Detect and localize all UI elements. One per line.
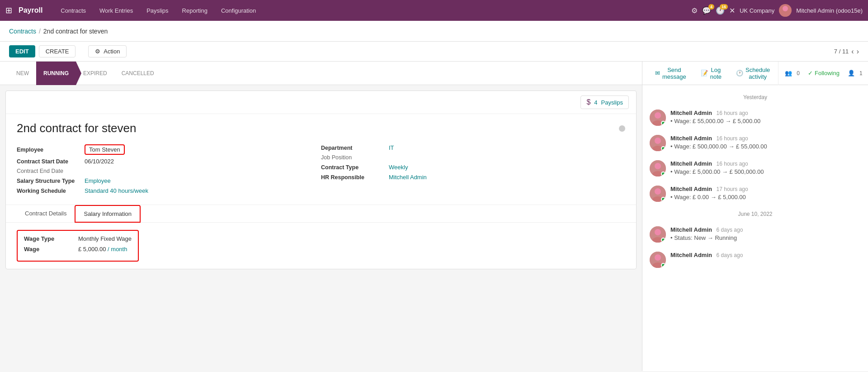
secondary-nav: Contracts / 2nd contract for steven — [0, 21, 868, 42]
main-layout: NEW RUNNING EXPIRED CANCELLED $ 4 Pays — [0, 62, 868, 371]
wage-period: / month — [108, 246, 127, 253]
nav-configuration[interactable]: Configuration — [215, 5, 262, 16]
wage-row: Wage £ 5,000.00 / month — [24, 246, 132, 253]
breadcrumb: Contracts / 2nd contract for steven — [9, 28, 859, 35]
start-date-field-row: Contract Start Date 06/10/2022 — [17, 158, 321, 165]
chatter-time-2: 16 hours ago — [717, 161, 748, 167]
chat-icon[interactable]: 💬 4 — [702, 6, 711, 15]
hr-responsible-label: HR Responsible — [321, 174, 389, 181]
nav-work-entries[interactable]: Work Entries — [93, 5, 139, 16]
status-running[interactable]: RUNNING — [36, 62, 76, 85]
chatter-body-1: • Wage: £ 500,000.00 → £ 55,000.00 — [670, 143, 861, 150]
avatar-5 — [650, 252, 666, 268]
user-avatar[interactable] — [779, 4, 792, 17]
status-expired-label: EXPIRED — [83, 70, 107, 76]
bug-icon[interactable]: ⚙ — [691, 6, 698, 15]
form-tabs: Contract Details Salary Information — [6, 205, 636, 223]
chatter-content-0: Mitchell Admin 16 hours ago • Wage: £ 55… — [670, 110, 861, 126]
nav-payslips[interactable]: Payslips — [140, 5, 175, 16]
nav-reporting[interactable]: Reporting — [176, 5, 214, 16]
chatter-time-4: 6 days ago — [717, 227, 743, 233]
clock-badge: 16 — [720, 4, 728, 10]
wage-label: Wage — [24, 246, 78, 253]
send-message-button[interactable]: ✉ Send message — [649, 62, 693, 85]
contract-type-value[interactable]: Weekly — [389, 164, 408, 171]
users-count: 1 — [859, 70, 863, 76]
schedule-activity-button[interactable]: 🕐 Schedule activity — [730, 62, 776, 85]
end-date-field-row: Contract End Date — [17, 168, 321, 174]
employee-value[interactable]: Tom Steven — [85, 144, 125, 155]
content-area: NEW RUNNING EXPIRED CANCELLED $ 4 Pays — [0, 62, 642, 371]
avatar-status-5 — [661, 263, 665, 267]
chatter-time-5: 6 days ago — [717, 252, 743, 258]
payslips-label: Payslips — [601, 99, 623, 106]
contract-form: $ 4 Payslips 2nd contract for steven Emp… — [5, 91, 637, 269]
log-note-button[interactable]: 📝 Log note — [694, 62, 728, 85]
working-schedule-value[interactable]: Standard 40 hours/week — [85, 187, 148, 194]
chatter-entry-3: Mitchell Admin 17 hours ago • Wage: £ 0.… — [642, 181, 868, 206]
contract-title: 2nd contract for steven — [17, 121, 136, 135]
department-value[interactable]: IT — [389, 144, 394, 151]
working-schedule-label: Working Schedule — [17, 188, 85, 194]
wage-type-row: Wage Type Monthly Fixed Wage — [24, 235, 132, 242]
start-date-label: Contract Start Date — [17, 158, 85, 165]
nav-links: Contracts Work Entries Payslips Reportin… — [54, 5, 689, 16]
status-cancelled[interactable]: CANCELLED — [114, 62, 161, 85]
wage-amount: £ 5,000.00 — [78, 246, 106, 253]
salary-structure-label: Salary Structure Type — [17, 178, 85, 184]
chatter-body-3: • Wage: £ 0.00 → £ 5,000.00 — [670, 194, 861, 200]
nav-contracts[interactable]: Contracts — [54, 5, 92, 16]
app-grid-icon[interactable]: ⊞ — [5, 5, 12, 15]
nav-right-icons: ⚙ 💬 4 🕐 16 ✕ UK Company Mitchell Admin (… — [691, 4, 863, 17]
salary-structure-value[interactable]: Employee — [85, 177, 111, 184]
tab-contract-details[interactable]: Contract Details — [17, 205, 75, 223]
chatter-time-0: 16 hours ago — [717, 110, 748, 116]
create-button[interactable]: CREATE — [39, 45, 76, 57]
fields-left: Employee Tom Steven Contract Start Date … — [17, 144, 321, 197]
top-navigation: ⊞ Payroll Contracts Work Entries Payslip… — [0, 0, 868, 21]
company-name: UK Company — [740, 7, 774, 14]
status-expired[interactable]: EXPIRED — [76, 62, 114, 85]
avatar-0 — [650, 110, 666, 126]
hr-responsible-value[interactable]: Mitchell Admin — [389, 174, 427, 181]
followers-icon: 👥 — [785, 70, 792, 76]
action-button[interactable]: ⚙ Action — [88, 45, 127, 57]
chatter-content-1: Mitchell Admin 16 hours ago • Wage: £ 50… — [670, 135, 861, 151]
pagination: 7 / 11 ‹ › — [834, 48, 859, 56]
followers-count: 0 — [797, 70, 800, 76]
status-new-label: NEW — [16, 70, 29, 76]
breadcrumb-current: 2nd contract for steven — [43, 28, 108, 35]
tab-salary-information[interactable]: Salary Information — [75, 205, 141, 223]
avatar-4 — [650, 226, 666, 243]
chatter-entry-2: Mitchell Admin 16 hours ago • Wage: £ 5,… — [642, 156, 868, 181]
payslips-count: 4 — [594, 99, 597, 106]
breadcrumb-separator: / — [39, 28, 41, 35]
chatter-entry-5: Mitchell Admin 6 days ago — [642, 247, 868, 272]
department-label: Department — [321, 145, 389, 151]
wage-type-label: Wage Type — [24, 235, 78, 242]
chatter-entry-4: Mitchell Admin 6 days ago • Status: New … — [642, 222, 868, 247]
user-name: Mitchell Admin (odoo15e) — [796, 7, 863, 14]
users-icon: 👤 — [848, 70, 855, 76]
payslips-button[interactable]: $ 4 Payslips — [580, 95, 629, 109]
breadcrumb-parent[interactable]: Contracts — [9, 28, 36, 35]
salary-highlight-box: Wage Type Monthly Fixed Wage Wage £ 5,00… — [17, 230, 139, 262]
edit-button[interactable]: EDIT — [9, 45, 35, 57]
next-button[interactable]: › — [857, 48, 859, 56]
status-new[interactable]: NEW — [9, 62, 36, 85]
svg-point-12 — [655, 188, 661, 195]
schedule-activity-label: Schedule activity — [745, 67, 770, 80]
wage-value: £ 5,000.00 / month — [78, 246, 127, 253]
following-button[interactable]: ✓ Following — [804, 62, 843, 85]
chat-badge: 4 — [708, 4, 714, 10]
avatar-status-0 — [661, 121, 665, 125]
avatar-status-4 — [661, 238, 665, 242]
start-date-value: 06/10/2022 — [85, 158, 114, 165]
clock-icon[interactable]: 🕐 16 — [716, 6, 725, 15]
schedule-activity-icon: 🕐 — [736, 70, 743, 76]
close-icon[interactable]: ✕ — [729, 6, 735, 15]
avatar-status-2 — [661, 172, 665, 176]
dollar-icon: $ — [586, 98, 590, 106]
prev-button[interactable]: ‹ — [851, 48, 854, 56]
contract-type-field-row: Contract Type Weekly — [321, 164, 625, 171]
